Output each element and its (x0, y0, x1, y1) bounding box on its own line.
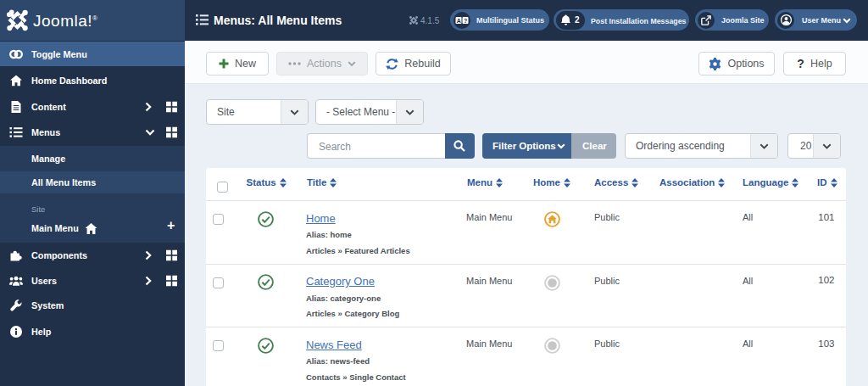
svg-text:A: A (457, 17, 461, 23)
svg-text:?: ? (464, 17, 467, 23)
